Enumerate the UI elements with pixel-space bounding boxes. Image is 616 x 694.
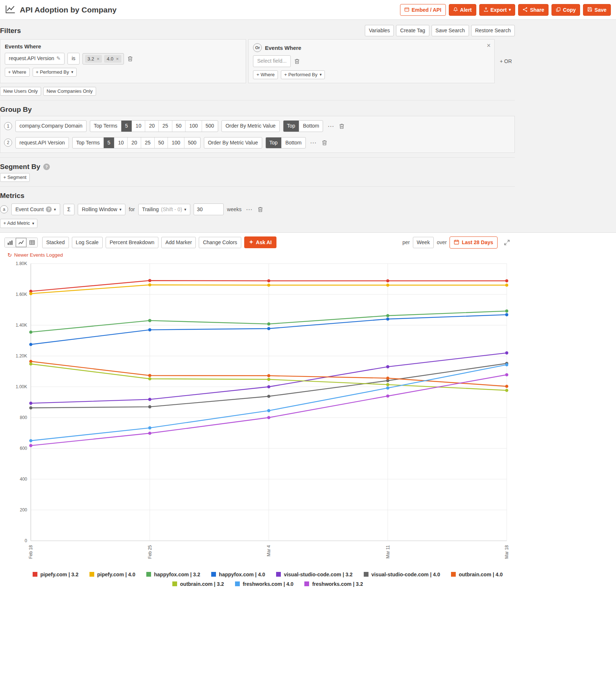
order-bottom-button[interactable]: Bottom (281, 137, 305, 148)
variables-button[interactable]: Variables (365, 25, 394, 36)
add-performed-by-label: + Performed By (284, 72, 318, 77)
newer-events-notice[interactable]: ↻ Newer Events Logged (0, 251, 616, 258)
top-terms-count-100[interactable]: 100 (168, 137, 184, 148)
trailing-shift-button[interactable]: Trailing (Shift - 0) ▾ (138, 204, 191, 215)
legend-item[interactable]: outbrain.com | 3.2 (172, 581, 224, 587)
log-scale-button[interactable]: Log Scale (72, 237, 103, 248)
alert-button[interactable]: Alert (449, 4, 476, 16)
create-tag-button[interactable]: Create Tag (396, 25, 429, 36)
percent-breakdown-button[interactable]: Percent Breakdown (106, 237, 158, 248)
export-button[interactable]: Export ▾ (479, 4, 516, 16)
filter-field-button[interactable]: request.API Version ✎ (5, 53, 65, 64)
select-field-button[interactable]: Select field... (253, 55, 290, 67)
line-chart-view-button[interactable] (15, 238, 26, 247)
legend-item[interactable]: freshworks.com | 4.0 (235, 581, 294, 587)
legend-item[interactable]: happyfox.com | 4.0 (211, 572, 265, 577)
add-metric-button[interactable]: + Add Metric ▾ (0, 219, 37, 228)
copy-button[interactable]: Copy (551, 4, 580, 16)
newer-events-label: Newer Events Logged (14, 252, 63, 258)
ask-ai-button[interactable]: Ask AI (244, 236, 276, 248)
restore-search-button[interactable]: Restore Search (471, 25, 515, 36)
top-terms-count-20[interactable]: 20 (145, 121, 158, 131)
rolling-window-button[interactable]: Rolling Window ▾ (78, 204, 125, 215)
order-top-button[interactable]: Top (283, 121, 299, 131)
legend-item[interactable]: visual-studio-code.com | 3.2 (276, 572, 353, 577)
share-button[interactable]: Share (518, 4, 549, 16)
legend-swatch (235, 581, 240, 586)
filter-value-chip[interactable]: 3.2 × (85, 55, 102, 63)
date-range-button[interactable]: Last 28 Days (450, 236, 498, 249)
legend-item[interactable]: happyfox.com | 3.2 (146, 572, 200, 577)
add-where-button[interactable]: + Where (253, 70, 278, 79)
bell-icon (453, 7, 458, 13)
embed-api-button[interactable]: Embed / API (400, 4, 445, 16)
remove-chip-icon[interactable]: × (116, 56, 119, 61)
order-top-button[interactable]: Top (266, 137, 282, 148)
add-performed-by-button[interactable]: + Performed By ▾ (281, 70, 325, 79)
legend-item[interactable]: pipefy.com | 4.0 (89, 572, 135, 577)
top-terms-count-selector: 510202550100500 (121, 120, 218, 132)
save-button[interactable]: Save (583, 4, 611, 16)
fullscreen-icon[interactable] (503, 239, 510, 246)
group-field-button[interactable]: company.Company Domain (15, 120, 87, 132)
svg-text:400: 400 (20, 477, 27, 482)
window-value-input[interactable] (194, 203, 224, 215)
metric-type-button[interactable]: Event Count ? ▾ (11, 203, 60, 215)
more-options-icon[interactable]: ⋯ (309, 139, 318, 147)
top-terms-count-500[interactable]: 500 (184, 137, 200, 148)
more-options-icon[interactable]: ⋯ (326, 122, 335, 130)
close-filter-group-icon[interactable]: × (487, 42, 491, 49)
top-terms-count-50[interactable]: 50 (154, 137, 168, 148)
delete-group-by-button[interactable] (321, 139, 328, 146)
interval-button[interactable]: Week (413, 237, 434, 248)
order-by-metric-button[interactable]: Order By Metric Value (204, 137, 262, 148)
legend-swatch (146, 572, 151, 577)
stacked-button[interactable]: Stacked (42, 237, 69, 248)
help-icon[interactable]: ? (43, 164, 50, 170)
top-terms-count-25[interactable]: 25 (158, 121, 172, 131)
line-chart[interactable]: 02004006008001.00K1.20K1.40K1.60K1.80KFe… (0, 258, 616, 566)
delete-metric-button[interactable] (257, 206, 264, 213)
save-search-button[interactable]: Save Search (432, 25, 469, 36)
order-bottom-button[interactable]: Bottom (299, 121, 323, 131)
more-options-icon[interactable]: ⋯ (245, 206, 254, 213)
aggregation-sigma-button[interactable]: Σ (63, 204, 75, 215)
top-terms-count-50[interactable]: 50 (172, 121, 186, 131)
bar-chart-view-button[interactable] (5, 238, 15, 247)
legend-item[interactable]: outbrain.com | 4.0 (451, 572, 503, 577)
remove-chip-icon[interactable]: × (97, 56, 100, 61)
new-companies-only-button[interactable]: New Companies Only (43, 87, 96, 96)
table-view-button[interactable] (26, 238, 37, 247)
group-field-button[interactable]: request.API Version (15, 137, 69, 148)
top-terms-count-500[interactable]: 500 (202, 121, 218, 131)
top-terms-count-20[interactable]: 20 (127, 137, 141, 148)
chart-legend: pipefy.com | 3.2pipefy.com | 4.0happyfox… (0, 566, 535, 592)
top-terms-count-5[interactable]: 5 (104, 137, 114, 148)
delete-group-by-button[interactable] (338, 122, 345, 130)
add-segment-button[interactable]: + Segment (0, 173, 30, 182)
top-terms-count-10[interactable]: 10 (132, 121, 145, 131)
top-terms-count-10[interactable]: 10 (114, 137, 128, 148)
legend-item[interactable]: visual-studio-code.com | 4.0 (364, 572, 440, 577)
legend-swatch (33, 572, 37, 577)
top-terms-count-5[interactable]: 5 (121, 121, 132, 131)
top-terms-count-100[interactable]: 100 (185, 121, 201, 131)
top-terms-count-25[interactable]: 25 (141, 137, 154, 148)
order-by-metric-button[interactable]: Order By Metric Value (221, 120, 280, 132)
delete-filter-button[interactable] (127, 55, 133, 62)
add-performed-by-button[interactable]: + Performed By ▾ (33, 68, 77, 77)
help-icon[interactable]: ? (46, 206, 52, 212)
change-colors-button[interactable]: Change Colors (199, 237, 241, 248)
add-or-button[interactable]: + OR (497, 39, 515, 83)
filter-operator-button[interactable]: is (67, 53, 79, 64)
legend-item[interactable]: freshworks.com | 3.2 (304, 581, 363, 587)
chevron-down-icon: ▾ (32, 221, 34, 225)
new-users-only-button[interactable]: New Users Only (0, 87, 41, 96)
metrics-heading: Metrics (0, 192, 25, 200)
add-metric-label: + Add Metric (3, 221, 30, 226)
delete-filter-button[interactable] (294, 58, 300, 65)
add-marker-button[interactable]: Add Marker (161, 237, 196, 248)
legend-item[interactable]: pipefy.com | 3.2 (33, 572, 78, 577)
add-where-button[interactable]: + Where (5, 68, 30, 77)
filter-value-chip[interactable]: 4.0 × (104, 55, 121, 63)
